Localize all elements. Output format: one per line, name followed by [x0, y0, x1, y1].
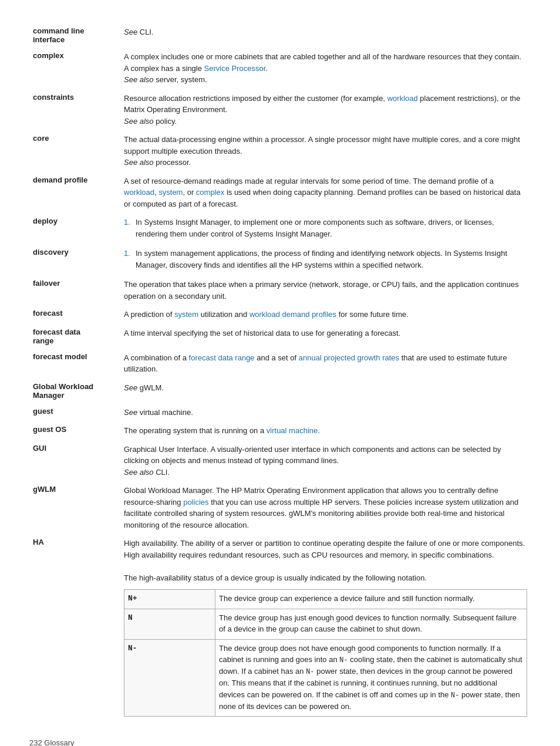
- ha-table-row: NThe device group has just enough good d…: [124, 609, 527, 639]
- glossary-row: Global WorkloadManagerSee gWLM.: [29, 379, 531, 404]
- glossary-row: discovery1.In system management applicat…: [29, 245, 531, 276]
- glossary-row: guest OSThe operating system that is run…: [29, 422, 531, 441]
- glossary-definition: A time interval specifying the set of hi…: [120, 325, 531, 349]
- glossary-definition: Global Workload Manager. The HP Matrix O…: [120, 482, 531, 535]
- glossary-table: command lineinterfaceSee CLI.complexA co…: [29, 23, 531, 721]
- glossary-term: Global WorkloadManager: [29, 379, 120, 404]
- glossary-row: guestSee virtual machine.: [29, 404, 531, 423]
- glossary-definition: The operating system that is running on …: [120, 422, 531, 441]
- ha-key: N: [124, 609, 215, 639]
- glossary-row: GUIGraphical User Interface. A visually-…: [29, 441, 531, 482]
- glossary-term: failover: [29, 276, 120, 306]
- ha-description: The device group can experience a device…: [215, 590, 527, 609]
- glossary-term: demand profile: [29, 173, 120, 214]
- glossary-term: gWLM: [29, 482, 120, 535]
- ha-description: The device group does not have enough go…: [215, 639, 527, 717]
- ha-key: N-: [124, 639, 215, 717]
- glossary-term: forecast model: [29, 349, 120, 379]
- glossary-row: demand profileA set of resource-demand r…: [29, 173, 531, 214]
- glossary-row: command lineinterfaceSee CLI.: [29, 23, 531, 48]
- glossary-row: complexA complex includes one or more ca…: [29, 48, 531, 90]
- glossary-row: deploy1.In Systems Insight Manager, to i…: [29, 214, 531, 245]
- glossary-row: forecast datarangeA time interval specif…: [29, 325, 531, 349]
- glossary-definition: See CLI.: [120, 23, 531, 48]
- glossary-definition: Graphical User Interface. A visually-ori…: [120, 441, 531, 482]
- glossary-definition: High availability. The ability of a serv…: [120, 535, 531, 721]
- glossary-definition: A combination of a forecast data range a…: [120, 349, 531, 379]
- glossary-definition: A prediction of system utilization and w…: [120, 306, 531, 325]
- glossary-term: deploy: [29, 214, 120, 245]
- glossary-term: forecast datarange: [29, 325, 120, 349]
- glossary-row: constraintsResource allocation restricti…: [29, 90, 531, 131]
- ha-table-row: N-The device group does not have enough …: [124, 639, 527, 717]
- glossary-term: GUI: [29, 441, 120, 482]
- glossary-term: guest: [29, 404, 120, 423]
- glossary-row: gWLMGlobal Workload Manager. The HP Matr…: [29, 482, 531, 535]
- glossary-term: guest OS: [29, 422, 120, 441]
- glossary-term: forecast: [29, 306, 120, 325]
- glossary-definition: 1.In Systems Insight Manager, to impleme…: [120, 214, 531, 245]
- ha-description: The device group has just enough good de…: [215, 609, 527, 639]
- glossary-row: forecast modelA combination of a forecas…: [29, 349, 531, 379]
- glossary-row: forecastA prediction of system utilizati…: [29, 306, 531, 325]
- glossary-definition: See gWLM.: [120, 379, 531, 404]
- list-item: 1.In system management applications, the…: [124, 248, 527, 271]
- glossary-definition: A set of resource-demand readings made a…: [120, 173, 531, 214]
- glossary-row: HAHigh availability. The ability of a se…: [29, 535, 531, 721]
- glossary-row: coreThe actual data-processing engine wi…: [29, 131, 531, 173]
- glossary-definition: The actual data-processing engine within…: [120, 131, 531, 173]
- glossary-term: discovery: [29, 245, 120, 276]
- glossary-row: failoverThe operation that takes place w…: [29, 276, 531, 306]
- glossary-definition: A complex includes one or more cabinets …: [120, 48, 531, 90]
- ha-table-row: N+The device group can experience a devi…: [124, 590, 527, 609]
- glossary-definition: The operation that takes place when a pr…: [120, 276, 531, 306]
- glossary-term: complex: [29, 48, 120, 90]
- list-item: 1.In Systems Insight Manager, to impleme…: [124, 217, 527, 239]
- glossary-term: core: [29, 131, 120, 173]
- ha-notation-table: N+The device group can experience a devi…: [124, 589, 527, 717]
- glossary-definition: 1.In system management applications, the…: [120, 245, 531, 276]
- glossary-definition: Resource allocation restrictions imposed…: [120, 90, 531, 131]
- glossary-term: HA: [29, 535, 120, 721]
- glossary-definition: See virtual machine.: [120, 404, 531, 423]
- page-footer: 232 Glossary: [29, 738, 531, 746]
- ha-key: N+: [124, 590, 215, 609]
- glossary-term: constraints: [29, 90, 120, 131]
- glossary-term: command lineinterface: [29, 23, 120, 48]
